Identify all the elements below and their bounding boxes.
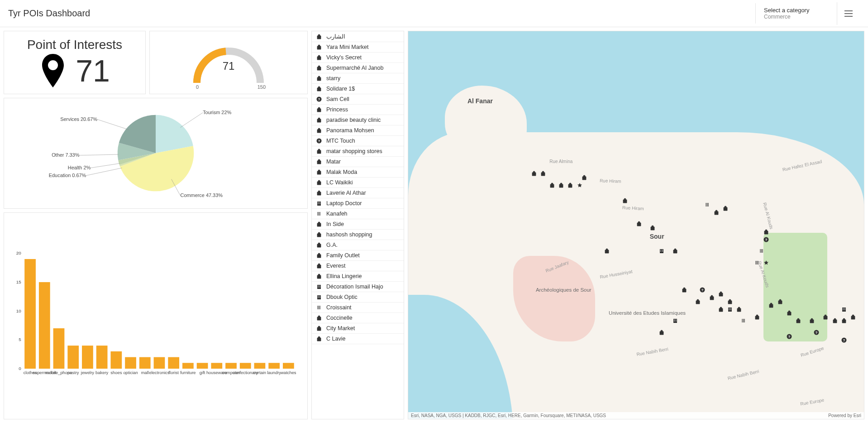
map-pin[interactable] [672,318,678,323]
list-item[interactable]: paradise beauty clinic [312,115,404,125]
list-item[interactable]: Ellina Lingerie [312,271,404,282]
list-item[interactable]: Family Outlet [312,250,404,261]
list-item[interactable]: Coccinelle [312,313,404,323]
list-item[interactable]: Panorama Mohsen [312,125,404,136]
bar-laundry[interactable] [268,363,280,369]
list-item[interactable]: Dbouk Optic [312,292,404,303]
map-pin[interactable] [754,260,760,265]
bar-confectionary[interactable] [240,363,251,369]
map-pin[interactable] [604,248,610,254]
map-pin[interactable] [672,248,678,254]
bar-furniture[interactable] [182,363,194,369]
map-pin[interactable] [582,175,587,180]
map-pin[interactable] [718,307,724,312]
map-pin[interactable] [796,318,801,323]
list-item[interactable]: Malak Moda [312,167,404,178]
bar-computer[interactable] [225,363,237,369]
list-item[interactable]: Vicky's Secret [312,53,404,63]
list-item[interactable]: starry [312,73,404,84]
list-item[interactable]: In Side [312,219,404,230]
map-pin[interactable] [763,229,769,235]
bar-supermarket[interactable] [39,282,50,369]
map-pin[interactable] [705,202,710,207]
list-item[interactable]: Croissaint [312,303,404,313]
list-item[interactable]: Décoration Ismail Hajo [312,282,404,292]
list-item[interactable]: Sam Cell [312,94,404,105]
map-pin[interactable] [718,291,724,297]
list-item[interactable]: City Market [312,323,404,334]
map-pin[interactable] [759,248,764,254]
map-pin[interactable] [832,318,838,323]
category-selector[interactable]: Select a category Commerce [755,3,837,24]
map-pin[interactable] [777,299,783,304]
map-pin[interactable] [850,314,856,320]
map-pin[interactable] [763,260,769,265]
map-pin[interactable] [531,171,537,176]
bar-mall[interactable] [139,357,151,369]
map-pin[interactable] [695,299,701,304]
poi-list[interactable]: الشاربYara Mini MarketVicky's SecretSupe… [311,31,404,419]
map-pin[interactable] [823,314,828,320]
map-pin[interactable] [700,287,705,293]
map-pin[interactable] [809,318,815,323]
map-pin[interactable] [727,307,733,312]
bar-bakery[interactable] [96,346,108,369]
list-item[interactable]: LC Waikiki [312,178,404,188]
pie-chart[interactable]: Tourism 22%Commerce 47.33%Education 0.67… [4,98,307,208]
list-item[interactable]: matar shopping stores [312,146,404,157]
map-pin[interactable] [577,183,582,188]
list-item[interactable]: Supermarché Al Janob [312,63,404,73]
bar-gift[interactable] [197,363,208,369]
list-item[interactable]: Princess [312,105,404,115]
list-item[interactable]: Laverie Al Athar [312,188,404,198]
map-pin[interactable] [558,183,564,188]
bar-curtain[interactable] [254,363,266,369]
bar-jewelry[interactable] [82,346,93,369]
list-item[interactable]: الشارب [312,31,404,42]
list-item[interactable]: Solidare 1$ [312,84,404,94]
bar-shoes[interactable] [110,351,122,369]
map-pin[interactable] [841,337,847,343]
map-pin[interactable] [659,248,664,254]
map-pin[interactable] [763,237,769,242]
list-item[interactable]: Laptop Doctor [312,198,404,209]
map-card[interactable]: Al FanarSourArchéologiques de SourUniver… [408,31,864,419]
hamburger-menu-icon[interactable] [837,2,860,25]
bar-houseware[interactable] [211,363,222,369]
map-pin[interactable] [723,206,728,211]
bar-pastry[interactable] [67,346,79,369]
list-item[interactable]: Everest [312,261,404,271]
map-pin[interactable] [814,330,819,335]
map-pin[interactable] [650,225,655,231]
list-item[interactable]: Yara Mini Market [312,42,404,53]
bar-clothes[interactable] [24,259,36,369]
map-pin[interactable] [540,171,546,176]
bar-florist[interactable] [168,357,179,369]
map-pin[interactable] [622,198,628,203]
list-item[interactable]: G.A. [312,240,404,250]
list-item[interactable]: hashosh shopping [312,230,404,240]
map-pin[interactable] [636,221,642,226]
map-pin[interactable] [727,299,733,304]
bar-watches[interactable] [283,363,294,369]
map-pin[interactable] [709,295,715,300]
list-item[interactable]: MTC Touch [312,136,404,146]
map-pin[interactable] [736,307,742,312]
map-pin[interactable] [754,314,760,320]
list-item[interactable]: Kanafeh [312,209,404,219]
bar-electronics[interactable] [154,357,165,369]
map-pin[interactable] [787,310,792,316]
map-pin[interactable] [841,318,847,323]
map-pin[interactable] [549,183,555,188]
bar-mobile_phone[interactable] [53,328,65,369]
map-pin[interactable] [714,210,719,215]
map-pin[interactable] [787,334,792,339]
list-item[interactable]: C Lavie [312,334,404,344]
map-pin[interactable] [741,318,746,323]
list-item[interactable]: Matar [312,157,404,167]
map-pin[interactable] [841,307,847,312]
map-pin[interactable] [568,183,573,188]
map-pin[interactable] [682,287,687,293]
map-pin[interactable] [768,303,774,308]
bar-optician[interactable] [125,357,136,369]
